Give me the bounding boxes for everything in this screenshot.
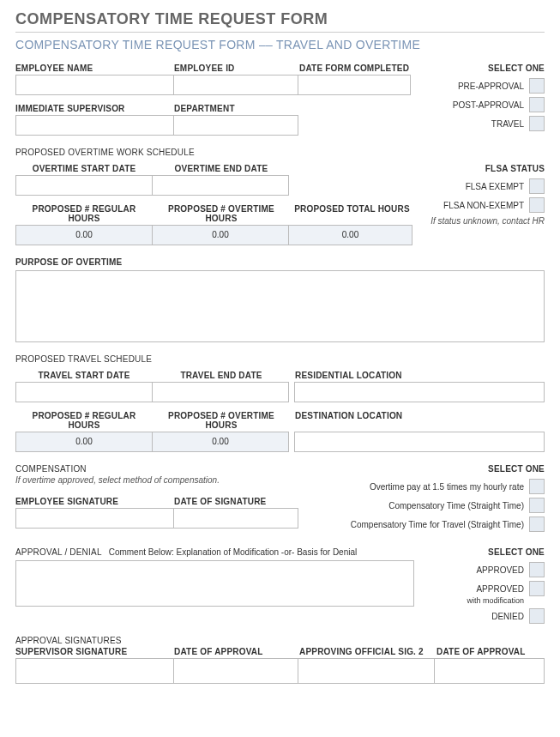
ot-end-label: OVERTIME END DATE — [153, 164, 290, 173]
ot-total-value[interactable]: 0.00 — [288, 225, 412, 245]
travel-start-label: TRAVEL START DATE — [15, 371, 153, 380]
travel-end-input[interactable] — [152, 382, 289, 402]
ot-start-input[interactable] — [15, 175, 153, 196]
select-one-label-1: SELECT ONE — [425, 63, 545, 73]
sigs-heading: APPROVAL SIGNATURES — [15, 636, 545, 645]
approved-mod-checkbox[interactable] — [529, 581, 545, 596]
travel-label: TRAVEL — [491, 119, 524, 129]
department-input[interactable] — [173, 115, 298, 136]
destination-input[interactable] — [294, 432, 545, 452]
denied-label: DENIED — [491, 612, 524, 621]
ot-reg-label: PROPOSED # REGULAR HOURS — [15, 204, 153, 223]
date2-input[interactable] — [434, 658, 545, 684]
comp-opt3-label: Compensatory Time for Travel (Straight T… — [351, 520, 524, 529]
off2-label: APPROVING OFFICIAL SIG. 2 — [299, 647, 437, 656]
date1-input[interactable] — [173, 658, 298, 684]
ot-reg-value[interactable]: 0.00 — [15, 225, 153, 245]
pre-approval-checkbox[interactable] — [529, 78, 545, 94]
sup-sig-label: SUPERVISOR SIGNATURE — [15, 647, 174, 656]
flsa-heading: FLSA STATUS — [425, 164, 545, 173]
flsa-nonexempt-label: FLSA NON-EXEMPT — [443, 201, 524, 210]
overtime-heading: PROPOSED OVERTIME WORK SCHEDULE — [15, 148, 545, 157]
travel-start-input[interactable] — [15, 382, 153, 402]
approved-checkbox[interactable] — [529, 562, 545, 577]
flsa-nonexempt-checkbox[interactable] — [529, 197, 545, 213]
travel-reg-label: PROPOSED # REGULAR HOURS — [15, 411, 153, 430]
flsa-exempt-checkbox[interactable] — [529, 178, 545, 194]
approval-comment-input[interactable] — [15, 560, 414, 607]
approval-heading: APPROVAL / DENIAL — [15, 547, 102, 557]
residential-label: RESIDENTIAL LOCATION — [290, 371, 545, 380]
date-completed-label: DATE FORM COMPLETED — [299, 63, 412, 73]
sup-sig-input[interactable] — [15, 658, 174, 684]
destination-label: DESTINATION LOCATION — [290, 411, 545, 430]
comp-opt2-label: Compensatory Time (Straight Time) — [388, 501, 524, 510]
ot-ot-value[interactable]: 0.00 — [152, 225, 289, 245]
ot-start-label: OVERTIME START DATE — [15, 164, 153, 173]
emp-sig-date-input[interactable] — [173, 508, 298, 529]
employee-name-input[interactable] — [15, 75, 174, 95]
emp-sig-input[interactable] — [15, 508, 174, 529]
employee-id-input[interactable] — [173, 75, 298, 95]
supervisor-input[interactable] — [15, 115, 174, 136]
travel-ot-value[interactable]: 0.00 — [152, 432, 289, 452]
compensation-note: If overtime approved, select method of c… — [15, 475, 317, 485]
flsa-note: If status unknown, contact HR — [425, 216, 545, 226]
travel-ot-label: PROPOSED # OVERTIME HOURS — [153, 411, 290, 430]
comp-opt1-checkbox[interactable] — [529, 479, 545, 494]
comp-opt3-checkbox[interactable] — [529, 517, 545, 532]
travel-heading: PROPOSED TRAVEL SCHEDULE — [15, 354, 545, 364]
travel-end-label: TRAVEL END DATE — [153, 371, 290, 380]
travel-checkbox[interactable] — [529, 116, 545, 131]
ot-total-label: PROPOSED TOTAL HOURS — [290, 204, 414, 223]
approved-mod-sub: with modification — [425, 596, 545, 605]
ot-end-input[interactable] — [152, 175, 289, 196]
post-approval-label: POST-APPROVAL — [453, 100, 524, 110]
residential-input[interactable] — [294, 382, 545, 402]
select-one-label-2: SELECT ONE — [317, 464, 545, 474]
comp-opt1-label: Overtime pay at 1.5 times my hourly rate — [370, 482, 524, 492]
ot-ot-label: PROPOSED # OVERTIME HOURS — [153, 204, 290, 223]
off2-input[interactable] — [298, 658, 435, 684]
purpose-label: PURPOSE OF OVERTIME — [15, 257, 545, 267]
purpose-input[interactable] — [15, 270, 545, 342]
approved-mod-label: APPROVED — [476, 584, 524, 594]
compensation-heading: COMPENSATION — [15, 464, 317, 474]
approved-label: APPROVED — [476, 565, 524, 575]
emp-sig-date-label: DATE OF SIGNATURE — [174, 497, 299, 506]
date-completed-input[interactable] — [298, 75, 411, 95]
comp-opt2-checkbox[interactable] — [529, 498, 545, 513]
employee-id-label: EMPLOYEE ID — [174, 63, 299, 73]
emp-sig-label: EMPLOYEE SIGNATURE — [15, 497, 174, 506]
flsa-exempt-label: FLSA EXEMPT — [466, 182, 524, 191]
post-approval-checkbox[interactable] — [529, 97, 545, 112]
select-one-label-3: SELECT ONE — [425, 547, 545, 557]
travel-reg-value[interactable]: 0.00 — [15, 432, 153, 452]
pre-approval-label: PRE-APPROVAL — [458, 82, 524, 91]
employee-name-label: EMPLOYEE NAME — [15, 63, 174, 73]
page-title: COMPENSATORY TIME REQUEST FORM — [15, 10, 545, 33]
denied-checkbox[interactable] — [529, 608, 545, 624]
page-subtitle: COMPENSATORY TIME REQUEST FORM –– TRAVEL… — [15, 38, 545, 51]
date1-label: DATE OF APPROVAL — [174, 647, 299, 656]
date2-label: DATE OF APPROVAL — [437, 647, 545, 656]
supervisor-label: IMMEDIATE SUPERVISOR — [15, 104, 174, 113]
approval-note: Comment Below: Explanation of Modificati… — [109, 547, 358, 557]
department-label: DEPARTMENT — [174, 104, 299, 113]
